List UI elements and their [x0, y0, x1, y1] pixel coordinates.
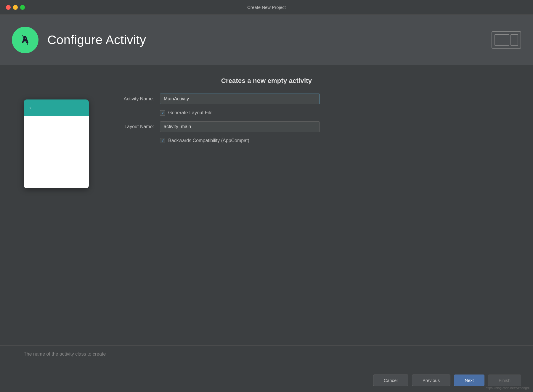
form-and-preview: ← Activity Name: Generate Layout File — [0, 88, 533, 194]
android-icon: A — [16, 31, 34, 49]
activity-name-label: Activity Name: — [113, 96, 154, 102]
main-content: Creates a new empty activity ← Activity … — [0, 65, 533, 345]
previous-button[interactable]: Previous — [412, 375, 450, 386]
footer: Cancel Previous Next Finish — [0, 369, 533, 392]
generate-layout-checkbox[interactable] — [160, 110, 165, 115]
generate-layout-checkbox-wrapper[interactable]: Generate Layout File — [160, 110, 212, 115]
form-section: Activity Name: Generate Layout File Layo… — [113, 94, 509, 149]
backwards-compat-checkbox[interactable] — [160, 138, 165, 143]
backwards-compat-label: Backwards Compatibility (AppCompat) — [168, 138, 249, 143]
device-preview-icon — [492, 31, 521, 49]
title-bar: Create New Project — [0, 0, 533, 15]
backwards-compat-checkbox-wrapper[interactable]: Backwards Compatibility (AppCompat) — [160, 138, 249, 143]
hint-text: The name of the activity class to create — [24, 351, 509, 357]
header: A Configure Activity — [0, 15, 533, 65]
back-arrow-icon: ← — [28, 104, 35, 112]
svg-point-3 — [24, 39, 26, 41]
window-controls — [6, 5, 25, 10]
finish-button[interactable]: Finish — [488, 375, 521, 386]
backwards-compat-row: Backwards Compatibility (AppCompat) — [160, 138, 509, 143]
minimize-button[interactable] — [13, 5, 18, 10]
phone-toolbar: ← — [24, 99, 89, 116]
cancel-button[interactable]: Cancel — [373, 375, 408, 386]
page-title: Configure Activity — [47, 33, 146, 47]
bottom-section: The name of the activity class to create — [0, 345, 533, 369]
activity-name-input[interactable] — [160, 94, 320, 104]
close-button[interactable] — [6, 5, 11, 10]
tablet-icon — [495, 34, 509, 46]
layout-name-label: Layout Name: — [113, 124, 154, 129]
window-title: Create New Project — [247, 5, 286, 10]
android-logo: A — [12, 27, 38, 53]
subtitle: Creates a new empty activity — [0, 65, 533, 88]
activity-name-row: Activity Name: — [113, 94, 509, 104]
next-button[interactable]: Next — [454, 375, 484, 386]
phone-icon — [510, 34, 518, 46]
generate-layout-row: Generate Layout File — [160, 110, 509, 115]
generate-layout-label: Generate Layout File — [168, 110, 212, 115]
maximize-button[interactable] — [20, 5, 25, 10]
layout-name-input[interactable] — [160, 121, 320, 132]
watermark: https://blog.csdn.net/lvzhongdi — [486, 386, 529, 390]
content-wrapper: Creates a new empty activity ← Activity … — [0, 65, 533, 194]
layout-name-row: Layout Name: — [113, 121, 509, 132]
phone-mockup: ← — [24, 99, 89, 188]
phone-content — [24, 116, 89, 188]
phone-preview: ← — [24, 99, 89, 188]
